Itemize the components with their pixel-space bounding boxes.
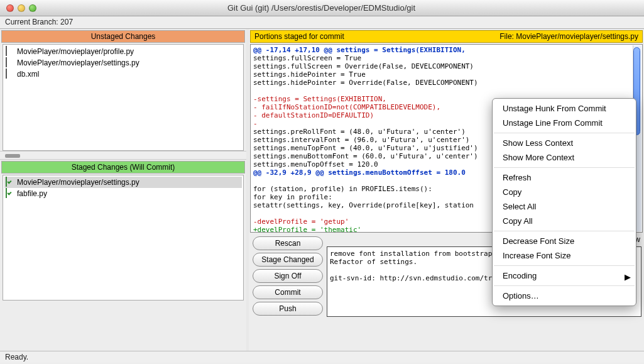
pane-divider[interactable]	[0, 151, 246, 160]
diff-header-left: Portions staged for commit	[254, 32, 344, 41]
menu-item-unstage-hunk-from-commit[interactable]: Unstage Hunk From Commit	[493, 101, 636, 116]
menu-item-decrease-font-size[interactable]: Decrease Font Size	[493, 234, 636, 248]
file-item[interactable]: fabfile.py	[4, 188, 242, 199]
status-text: Ready.	[5, 353, 28, 361]
unstaged-list[interactable]: MoviePlayer/movieplayer/profile.pyMovieP…	[3, 44, 244, 151]
menu-item-encoding[interactable]: Encoding▶	[493, 268, 636, 283]
action-buttons: Rescan Stage Changed Sign Off Commit Pus…	[250, 234, 325, 318]
file-icon[interactable]	[6, 58, 14, 68]
rescan-button[interactable]: Rescan	[253, 236, 323, 250]
diff-line[interactable]: settings.hidePointer = True	[253, 70, 640, 79]
menu-item-copy-all[interactable]: Copy All	[493, 214, 636, 228]
diff-line[interactable]: settings.fullScreen = Override(False, DE…	[253, 62, 640, 70]
close-icon[interactable]	[6, 4, 14, 12]
unstaged-header: Unstaged Changes	[1, 30, 245, 43]
stage-changed-button[interactable]: Stage Changed	[253, 253, 323, 267]
file-path: MoviePlayer/movieplayer/settings.py	[17, 178, 139, 187]
diff-header: Portions staged for commit File: MoviePl…	[250, 30, 643, 43]
window-title: Git Gui (git) /Users/orestis/Developer/E…	[36, 3, 606, 13]
file-path: fabfile.py	[17, 189, 47, 198]
window-titlebar: Git Gui (git) /Users/orestis/Developer/E…	[0, 0, 644, 16]
menu-item-options[interactable]: Options…	[493, 289, 636, 303]
file-path: db.xml	[17, 70, 39, 79]
menu-item-show-less-context[interactable]: Show Less Context	[493, 136, 636, 150]
branch-value: 207	[60, 18, 73, 26]
diff-header-right: File: MoviePlayer/movieplayer/settings.p…	[499, 32, 638, 41]
menu-separator	[494, 167, 635, 168]
menu-item-refresh[interactable]: Refresh	[493, 170, 636, 185]
diff-line[interactable]	[253, 87, 640, 95]
file-icon[interactable]	[6, 47, 14, 57]
file-path: MoviePlayer/movieplayer/settings.py	[17, 58, 139, 67]
signoff-button[interactable]: Sign Off	[253, 269, 323, 283]
staged-header: Staged Changes (Will Commit)	[1, 161, 245, 174]
chevron-right-icon: ▶	[625, 272, 631, 282]
push-button[interactable]: Push	[253, 302, 323, 316]
menu-item-copy[interactable]: Copy	[493, 185, 636, 199]
menu-item-unstage-line-from-commit[interactable]: Unstage Line From Commit	[493, 116, 636, 130]
diff-line[interactable]: settings.hidePointer = Override(False, D…	[253, 79, 640, 87]
context-menu[interactable]: Unstage Hunk From CommitUnstage Line Fro…	[492, 98, 636, 306]
staged-list[interactable]: MoviePlayer/movieplayer/settings.pyfabfi…	[3, 175, 244, 301]
menu-separator	[494, 285, 635, 286]
file-path: MoviePlayer/movieplayer/profile.py	[17, 47, 134, 56]
diff-line[interactable]: @@ -17,14 +17,10 @@ settings = Settings(…	[253, 46, 640, 54]
menu-separator	[494, 231, 635, 231]
check-icon[interactable]	[6, 177, 14, 187]
window-traffic-lights	[0, 4, 36, 12]
diff-line[interactable]: settings.fullScreen = True	[253, 54, 640, 62]
check-icon[interactable]	[6, 189, 14, 199]
menu-item-show-more-context[interactable]: Show More Context	[493, 150, 636, 165]
menu-item-select-all[interactable]: Select All	[493, 199, 636, 214]
minimize-icon[interactable]	[18, 4, 25, 12]
branch-bar: Current Branch: 207	[0, 16, 644, 29]
file-item[interactable]: MoviePlayer/movieplayer/settings.py	[4, 177, 242, 188]
left-column: Unstaged Changes MoviePlayer/movieplayer…	[0, 29, 249, 351]
file-plain-icon[interactable]	[6, 69, 14, 79]
commit-button[interactable]: Commit	[253, 285, 323, 299]
menu-item-increase-font-size[interactable]: Increase Font Size	[493, 248, 636, 263]
menu-separator	[494, 133, 635, 133]
status-bar: Ready.	[0, 351, 644, 363]
file-item[interactable]: MoviePlayer/movieplayer/profile.py	[4, 46, 242, 57]
menu-separator	[494, 265, 635, 266]
file-item[interactable]: db.xml	[4, 69, 242, 80]
file-item[interactable]: MoviePlayer/movieplayer/settings.py	[4, 57, 242, 69]
branch-label: Current Branch:	[5, 18, 58, 26]
zoom-icon[interactable]	[29, 4, 36, 12]
